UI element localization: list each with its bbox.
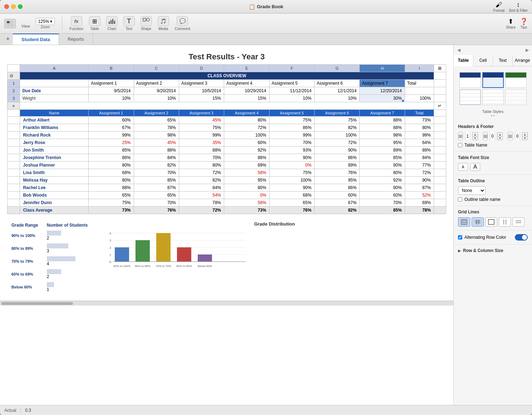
add-sheet-button[interactable]: + [3,34,13,45]
grade-dist-table: Grade Range Number of Students 90% to 10… [7,221,92,293]
panel-nav: ◀ ▶ [454,45,532,55]
media-button[interactable]: 🎵 Media [158,16,169,31]
grid-all-button[interactable] [458,217,470,227]
row-header-1[interactable]: 1 [8,80,20,87]
share-button[interactable]: ⬆ Share [506,18,516,29]
panel-tab-table[interactable]: Table [454,55,473,66]
spreadsheet-area[interactable]: Test Results - Year 3 [0,45,453,405]
svg-rect-31 [461,219,467,224]
outline-table-name-checkbox[interactable]: Outline table name [458,197,528,202]
col-header-h[interactable]: H [360,65,405,72]
style-option-5[interactable] [482,89,504,105]
shape-button[interactable]: Shape [141,16,152,31]
font-size-section: Table Font Size A A [454,152,532,175]
comment-button[interactable]: 💬 Comment [175,16,190,31]
grid-inner-button[interactable] [472,217,484,227]
header-rows-arrows[interactable]: ▲ ▼ [472,132,478,140]
outline-table-name-input[interactable] [458,197,462,202]
panel-tab-arrange[interactable]: Arrange [513,55,532,66]
col-header-a[interactable]: A [20,65,89,72]
header-cols-value: 0 [490,132,495,140]
panel-right-arrow[interactable]: ▶ [524,47,530,53]
table-row: Melissa Hay 80% 85% 82% 95% 100% 95% 92%… [8,177,446,184]
svg-text:1: 1 [109,253,111,257]
col-header-b[interactable]: B [89,65,134,72]
font-size-large-button[interactable]: A [470,163,480,171]
footer-rows-down[interactable]: ▼ [522,136,528,140]
class-overview-header: CLASS OVERVIEW [20,72,434,80]
tab-reports[interactable]: Reports [59,34,93,45]
row-header-3[interactable]: 3 [8,95,20,102]
table-row: Joshua Planner 80% 82% 80% 89% 0% 89% 90… [8,162,446,169]
panel-left-arrow[interactable]: ◀ [456,47,462,53]
style-option-6[interactable] [505,89,527,105]
col-header-d[interactable]: D [179,65,224,72]
media-icon: 🎵 [160,18,166,24]
col-header-g[interactable]: G [315,65,360,72]
header-cols-stepper[interactable]: ⊞ [483,132,488,140]
class-average-row: Class Average 73% 76% 72% 73% 76% 82% 85… [8,207,446,214]
style-option-2[interactable] [482,72,504,88]
header-cols-up[interactable]: ▲ [497,132,503,136]
tab-student-data[interactable]: Student Data [13,34,59,45]
close-button[interactable] [4,4,9,9]
svg-text:60% to 69%: 60% to 69% [177,265,192,268]
alternating-row-toggle[interactable] [515,234,528,241]
grid-col-button[interactable] [499,217,511,227]
header-rows-up[interactable]: ▲ [472,132,478,136]
table-name-checkbox-input[interactable] [458,143,462,147]
media-label: Media [158,27,168,31]
font-size-small-button[interactable]: A [458,163,468,171]
footer-rows-up[interactable]: ▲ [522,132,528,136]
table-outline-select[interactable]: None Thin Medium Thick [458,186,486,195]
sheet-tabbar: + Student Data Reports [0,34,532,45]
panel-tab-text[interactable]: Text [493,55,513,66]
svg-rect-4 [109,21,110,24]
view-toggle[interactable] [4,19,16,28]
scroll-thumb[interactable] [1,302,73,305]
tips-button[interactable]: ❓ Tips [520,18,528,29]
alternating-row-checkbox[interactable]: Alternating Row Color [458,235,506,240]
header-rows-stepper[interactable]: ⊞ [458,132,463,140]
header-cols-down[interactable]: ▼ [497,136,503,140]
table-outline-section: Table Outline None Thin Medium Thick Out… [454,175,532,206]
grade-range-header: Grade Range [7,221,43,229]
col-header-e[interactable]: E [224,65,269,72]
grid-outer-button[interactable] [485,217,497,227]
text-button[interactable]: T Text [123,16,135,31]
text-label: Text [126,27,132,31]
chart-button[interactable]: Chart [106,16,118,31]
table-name-checkbox[interactable]: Table Name [458,143,528,148]
function-button[interactable]: fx Function [69,16,83,31]
footer-rows-arrows[interactable]: ▲ ▼ [522,132,528,140]
col-header-f[interactable]: F [269,65,314,72]
format-button[interactable]: 🖌 Format [493,1,505,13]
col-header-i[interactable]: I [405,65,434,72]
horizontal-scrollbar[interactable] [0,301,453,306]
header-rows-down[interactable]: ▼ [472,136,478,140]
table-button[interactable]: ⊞ Table [89,16,100,31]
table-row: Richard Rock 99% 98% 99% 100% 99% 100% 9… [8,132,446,139]
style-option-1[interactable] [459,72,481,88]
minimize-button[interactable] [11,4,16,9]
table-row: 60% to 69% 2 [7,268,92,281]
col-header-c[interactable]: C [134,65,179,72]
zoom-control[interactable]: 125% ▾ [36,18,55,25]
grid-lines-section: Grid Lines [454,206,532,231]
svg-rect-40 [488,219,494,224]
row-column-size-header[interactable]: ▶ Row & Column Size [458,248,528,253]
alternating-row-input[interactable] [458,235,462,239]
svg-point-9 [147,18,149,21]
headers-footer-section: Headers & Footer ⊞ 1 ▲ ▼ ⊞ 0 [454,120,532,152]
maximize-button[interactable] [18,4,23,9]
sort-filter-button[interactable]: ↕ Sort & Filter [509,1,528,13]
header-cols-arrows[interactable]: ▲ ▼ [497,132,503,140]
style-option-3[interactable] [505,72,527,88]
panel-tab-cell[interactable]: Cell [473,55,493,66]
footer-rows-stepper[interactable]: ⊞ [508,132,513,140]
grid-row-button[interactable] [512,217,524,227]
row-header-2[interactable]: 2 [8,87,20,95]
zoom-dropdown-icon: ▾ [50,19,52,24]
style-option-4[interactable] [459,89,481,105]
toolbar-separator-1 [62,17,62,30]
